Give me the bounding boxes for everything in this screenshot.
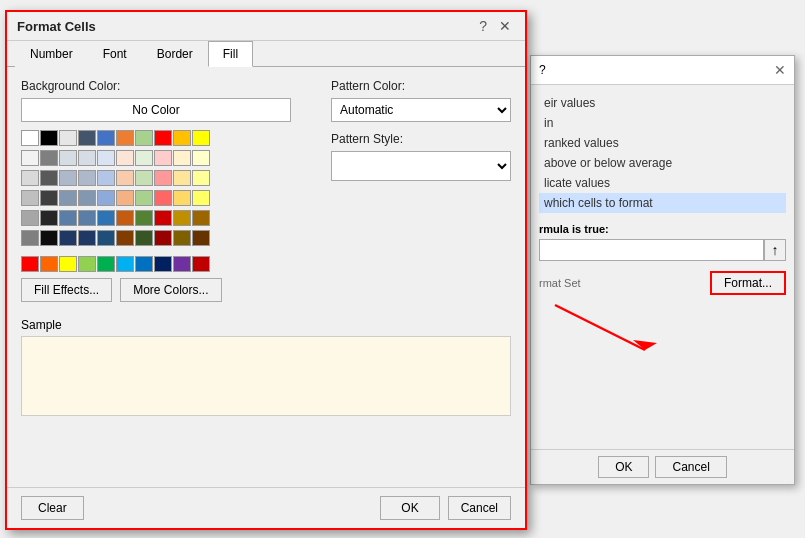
format-button[interactable]: Format... — [710, 271, 786, 295]
color-swatch[interactable] — [116, 130, 134, 146]
color-swatch[interactable] — [59, 256, 77, 272]
color-swatch[interactable] — [78, 190, 96, 206]
more-colors-button[interactable]: More Colors... — [120, 278, 221, 302]
color-swatch[interactable] — [116, 190, 134, 206]
color-swatch[interactable] — [97, 130, 115, 146]
color-swatch[interactable] — [59, 210, 77, 226]
pattern-color-select[interactable]: Automatic — [331, 98, 511, 122]
color-swatch[interactable] — [116, 210, 134, 226]
formula-input[interactable] — [539, 239, 764, 261]
color-swatch[interactable] — [116, 170, 134, 186]
color-swatch[interactable] — [192, 150, 210, 166]
color-swatch[interactable] — [40, 210, 58, 226]
cancel-button[interactable]: Cancel — [448, 496, 511, 520]
color-swatch[interactable] — [154, 230, 172, 246]
titlebar-controls: ? ✕ — [475, 18, 515, 34]
color-swatch[interactable] — [40, 130, 58, 146]
color-swatch[interactable] — [173, 210, 191, 226]
color-swatch[interactable] — [192, 190, 210, 206]
color-swatch[interactable] — [135, 170, 153, 186]
color-swatch[interactable] — [173, 256, 191, 272]
color-swatch[interactable] — [59, 230, 77, 246]
color-swatch[interactable] — [154, 210, 172, 226]
color-swatch[interactable] — [135, 190, 153, 206]
color-swatch[interactable] — [135, 256, 153, 272]
color-swatch[interactable] — [154, 170, 172, 186]
fill-buttons-row: Fill Effects... More Colors... — [21, 278, 291, 302]
tab-border[interactable]: Border — [142, 41, 208, 67]
color-swatch[interactable] — [21, 210, 39, 226]
color-swatch[interactable] — [78, 170, 96, 186]
color-grid-row3 — [21, 170, 291, 186]
fill-effects-button[interactable]: Fill Effects... — [21, 278, 112, 302]
color-swatch[interactable] — [173, 170, 191, 186]
bg-dialog-close-button[interactable]: ✕ — [774, 62, 786, 78]
color-swatch[interactable] — [116, 230, 134, 246]
color-swatch[interactable] — [154, 150, 172, 166]
color-swatch[interactable] — [78, 256, 96, 272]
help-button[interactable]: ? — [475, 18, 491, 34]
color-swatch[interactable] — [135, 130, 153, 146]
tab-fill[interactable]: Fill — [208, 41, 253, 67]
list-item-selected[interactable]: which cells to format — [539, 193, 786, 213]
color-swatch[interactable] — [116, 256, 134, 272]
color-swatch[interactable] — [97, 170, 115, 186]
color-swatch[interactable] — [21, 170, 39, 186]
color-swatch[interactable] — [154, 130, 172, 146]
color-swatch[interactable] — [97, 190, 115, 206]
color-swatch[interactable] — [78, 130, 96, 146]
color-swatch[interactable] — [192, 170, 210, 186]
tab-number[interactable]: Number — [15, 41, 88, 67]
color-swatch[interactable] — [59, 130, 77, 146]
bg-color-label: Background Color: — [21, 79, 291, 93]
pattern-style-select[interactable] — [331, 151, 511, 181]
color-swatch[interactable] — [97, 150, 115, 166]
clear-button[interactable]: Clear — [21, 496, 84, 520]
color-swatch[interactable] — [40, 150, 58, 166]
color-swatch[interactable] — [78, 230, 96, 246]
color-swatch[interactable] — [135, 150, 153, 166]
tab-font[interactable]: Font — [88, 41, 142, 67]
color-swatch[interactable] — [21, 256, 39, 272]
list-item[interactable]: above or below average — [539, 153, 786, 173]
color-swatch[interactable] — [59, 190, 77, 206]
bg-cancel-button[interactable]: Cancel — [655, 456, 726, 478]
color-swatch[interactable] — [40, 256, 58, 272]
color-swatch[interactable] — [21, 150, 39, 166]
color-swatch[interactable] — [21, 130, 39, 146]
color-swatch[interactable] — [78, 150, 96, 166]
color-swatch[interactable] — [192, 130, 210, 146]
color-swatch[interactable] — [97, 230, 115, 246]
color-swatch[interactable] — [192, 210, 210, 226]
color-swatch[interactable] — [135, 210, 153, 226]
color-swatch[interactable] — [40, 170, 58, 186]
color-swatch[interactable] — [192, 256, 210, 272]
list-item[interactable]: licate values — [539, 173, 786, 193]
no-color-button[interactable]: No Color — [21, 98, 291, 122]
color-swatch[interactable] — [59, 150, 77, 166]
color-swatch[interactable] — [40, 230, 58, 246]
color-swatch[interactable] — [173, 130, 191, 146]
color-swatch[interactable] — [154, 256, 172, 272]
color-swatch[interactable] — [154, 190, 172, 206]
color-swatch[interactable] — [78, 210, 96, 226]
color-swatch[interactable] — [135, 230, 153, 246]
color-swatch[interactable] — [173, 190, 191, 206]
list-item[interactable]: in — [539, 113, 786, 133]
color-swatch[interactable] — [116, 150, 134, 166]
list-item[interactable]: ranked values — [539, 133, 786, 153]
color-swatch[interactable] — [97, 210, 115, 226]
color-swatch[interactable] — [97, 256, 115, 272]
bg-ok-button[interactable]: OK — [598, 456, 649, 478]
collapse-button[interactable]: ↑ — [764, 239, 786, 261]
color-swatch[interactable] — [21, 230, 39, 246]
color-swatch[interactable] — [21, 190, 39, 206]
color-swatch[interactable] — [59, 170, 77, 186]
color-swatch[interactable] — [40, 190, 58, 206]
list-item[interactable]: eir values — [539, 93, 786, 113]
ok-button[interactable]: OK — [380, 496, 439, 520]
close-button[interactable]: ✕ — [495, 18, 515, 34]
color-swatch[interactable] — [192, 230, 210, 246]
color-swatch[interactable] — [173, 230, 191, 246]
color-swatch[interactable] — [173, 150, 191, 166]
